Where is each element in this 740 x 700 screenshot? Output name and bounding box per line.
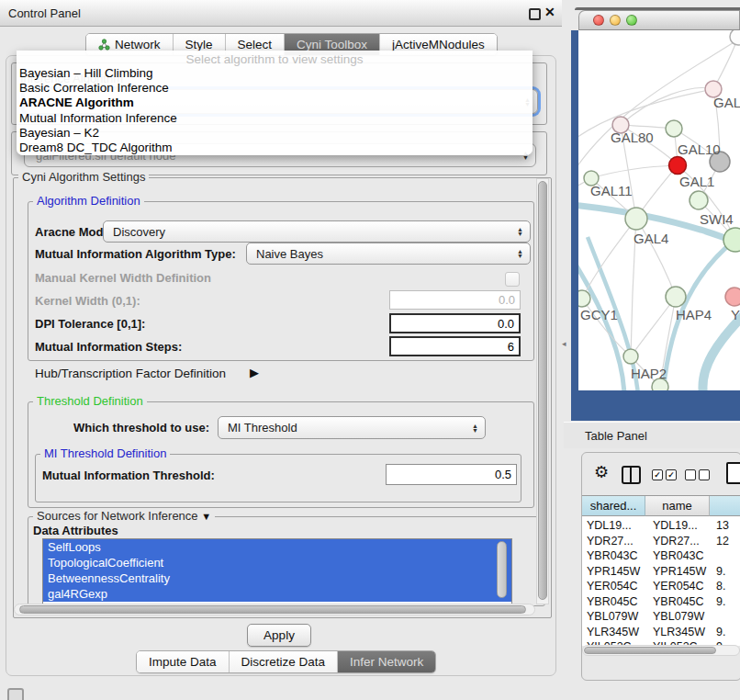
cyni-bottom-tabs: Impute Data Discretize Data Infer Networ… <box>136 650 436 673</box>
column-header-name[interactable]: name <box>645 496 710 516</box>
close-traffic-light[interactable] <box>593 15 604 26</box>
node-label: GAL4 <box>633 231 668 246</box>
table-row[interactable]: YPR145WYPR145W9. <box>582 564 740 580</box>
dropdown-item-selected[interactable]: ARACNE Algorithm <box>17 96 533 110</box>
list-item[interactable]: TopologicalCoefficient <box>43 555 511 570</box>
mi-threshold-field[interactable]: 0.5 <box>386 464 517 485</box>
network-node[interactable] <box>578 290 590 307</box>
table-hscroll-thumb[interactable] <box>584 647 716 654</box>
table-row[interactable]: YBL079WYBL079W <box>582 609 740 625</box>
tab-discretize-data[interactable]: Discretize Data <box>230 651 339 672</box>
cell: YLR345W <box>582 626 645 638</box>
mi-threshold-label: Mutual Information Threshold: <box>42 469 215 482</box>
aracne-mode-combo[interactable]: Discovery ▲▼ <box>103 220 531 243</box>
cell: YBR043C <box>645 549 710 562</box>
tab-impute-data[interactable]: Impute Data <box>137 651 230 672</box>
network-node[interactable] <box>725 288 740 306</box>
tab-label: Cyni Toolbox <box>297 38 367 51</box>
list-item[interactable]: gal4RGexp <box>43 586 511 602</box>
mi-algorithm-type-combo[interactable]: Naive Bayes ▲▼ <box>246 243 531 265</box>
column-header-cut[interactable] <box>710 496 740 516</box>
cell: YBL079W <box>582 610 645 623</box>
tab-label: Network <box>115 38 161 51</box>
settings-vscroll-thumb[interactable] <box>538 181 547 600</box>
table-row[interactable]: YLR345WYLR345W9. <box>582 625 740 640</box>
network-graph: GAL GAL80 GAL10 GAL1 GAL11 SWI4 GAL4 GCY… <box>578 30 740 390</box>
kernel-width-label: Kernel Width (0,1): <box>35 294 140 308</box>
dropdown-item[interactable]: Basic Correlation Inference <box>17 81 533 96</box>
node-label: GAL11 <box>590 183 633 198</box>
unchecked-checkbox-icon[interactable] <box>699 469 710 480</box>
splitter-collapse-icon[interactable]: ◂ <box>562 339 566 348</box>
table-row[interactable]: YER054CYER054C8. <box>582 579 740 594</box>
table-row[interactable]: YBR043CYBR043C <box>582 548 740 564</box>
node-label: HAP2 <box>631 366 667 381</box>
cell: YLR345W <box>645 626 710 638</box>
mi-steps-field[interactable]: 6 <box>389 336 521 356</box>
split-columns-icon[interactable] <box>622 466 641 484</box>
network-node[interactable] <box>623 349 638 364</box>
combo-arrows-icon: ▲▼ <box>517 227 523 236</box>
minimize-traffic-light[interactable] <box>610 15 621 26</box>
list-scrollbar-thumb[interactable] <box>497 541 507 598</box>
checked-checkbox-icon[interactable]: ✓ <box>666 469 677 480</box>
column-header-shared-name[interactable]: shared... <box>582 496 645 516</box>
settings-hscroll-thumb[interactable] <box>19 605 526 614</box>
mi-algorithm-type-label: Mutual Information Algorithm Type: <box>35 247 236 261</box>
table-panel-titlebar: Table Panel <box>564 422 740 448</box>
cell: YDL19... <box>582 519 645 532</box>
network-node[interactable] <box>690 191 708 209</box>
zoom-traffic-light[interactable] <box>626 15 637 26</box>
dropdown-item[interactable]: Bayesian – Hill Climbing <box>17 66 533 81</box>
list-item[interactable]: SelfLoops <box>43 539 511 555</box>
network-node[interactable] <box>669 157 687 175</box>
tab-label: Discretize Data <box>241 655 326 669</box>
hub-tf-section-label: Hub/Transcription Factor Definition <box>35 367 226 380</box>
cyni-settings-title: Cyni Algorithm Settings <box>18 171 149 184</box>
cell: YPR145W <box>645 565 710 578</box>
dropdown-item[interactable]: Bayesian – K2 <box>17 126 533 141</box>
document-icon[interactable] <box>726 462 740 484</box>
which-threshold-label: Which threshold to use: <box>73 421 209 435</box>
cell: YDL19... <box>645 519 710 532</box>
mi-threshold-value: 0.5 <box>495 468 511 481</box>
network-node[interactable] <box>666 287 686 307</box>
dropdown-item[interactable]: Mutual Information Inference <box>17 111 533 126</box>
gear-icon[interactable]: ⚙ <box>594 464 609 480</box>
network-icon <box>98 39 110 51</box>
network-node[interactable] <box>730 30 740 45</box>
close-panel-icon[interactable]: ✕ <box>544 5 555 19</box>
table-row[interactable]: YBR045CYBR045C9. <box>582 594 740 610</box>
aracne-mode-value: Discovery <box>113 225 165 239</box>
cell: YBR043C <box>582 549 645 562</box>
which-threshold-combo[interactable]: MI Threshold ▲▼ <box>218 416 486 439</box>
manual-kernel-checkbox[interactable] <box>505 272 520 287</box>
dropdown-item[interactable]: Dream8 DC_TDC Algorithm <box>17 141 533 155</box>
network-node[interactable] <box>666 120 682 137</box>
table-row[interactable]: YDR27...YDR27...12 <box>582 534 740 549</box>
dropdown-placeholder: Select algorithm to view settings <box>17 51 533 66</box>
apply-button[interactable]: Apply <box>247 624 311 647</box>
minimized-panel-button[interactable] <box>7 688 24 700</box>
tab-infer-network[interactable]: Infer Network <box>338 651 435 672</box>
kernel-width-field[interactable]: 0.0 <box>389 290 521 310</box>
expand-arrow-icon[interactable]: ▶ <box>250 366 259 379</box>
node-label: GAL1 <box>679 174 714 189</box>
unchecked-checkbox-icon[interactable] <box>685 469 696 480</box>
cell: 8. <box>710 580 740 593</box>
table-row[interactable]: YDL19...YDL19...13 <box>582 518 740 534</box>
network-canvas[interactable]: GAL GAL80 GAL10 GAL1 GAL11 SWI4 GAL4 GCY… <box>578 30 740 390</box>
control-panel-titlebar: Control Panel <box>0 0 562 27</box>
network-node[interactable] <box>625 208 647 230</box>
mi-steps-value: 6 <box>508 340 514 354</box>
threshold-definition-title: Threshold Definition <box>33 395 147 408</box>
tab-label: Select <box>238 38 273 51</box>
manual-kernel-label: Manual Kernel Width Definition <box>35 271 211 285</box>
float-window-icon[interactable] <box>529 8 541 20</box>
screen: Control Panel ✕ Network Style Select Cyn… <box>0 0 740 700</box>
checked-checkbox-icon[interactable]: ✓ <box>652 469 663 480</box>
network-node[interactable] <box>723 228 740 252</box>
list-item[interactable]: BetweennessCentrality <box>43 570 511 586</box>
collapse-arrow-icon[interactable]: ▼ <box>201 511 211 522</box>
dpi-tolerance-field[interactable]: 0.0 <box>389 313 521 333</box>
